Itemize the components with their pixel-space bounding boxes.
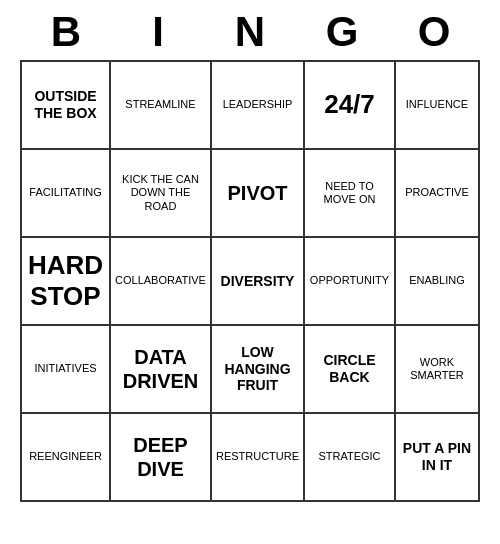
cell-1-4: PROACTIVE bbox=[395, 149, 479, 237]
cell-1-2: PIVOT bbox=[211, 149, 304, 237]
cell-3-1: DATA DRIVEN bbox=[110, 325, 211, 413]
cell-0-0: OUTSIDE THE BOX bbox=[21, 61, 110, 149]
letter-n: N bbox=[220, 8, 280, 56]
cell-0-1: STREAMLINE bbox=[110, 61, 211, 149]
cell-4-1: DEEP DIVE bbox=[110, 413, 211, 501]
cell-0-2: LEADERSHIP bbox=[211, 61, 304, 149]
cell-3-4: WORK SMARTER bbox=[395, 325, 479, 413]
bingo-header: B I N G O bbox=[20, 0, 480, 60]
cell-0-3: 24/7 bbox=[304, 61, 395, 149]
letter-g: G bbox=[312, 8, 372, 56]
cell-3-3: CIRCLE BACK bbox=[304, 325, 395, 413]
cell-2-3: OPPORTUNITY bbox=[304, 237, 395, 325]
cell-3-2: LOW HANGING FRUIT bbox=[211, 325, 304, 413]
cell-2-1: COLLABORATIVE bbox=[110, 237, 211, 325]
cell-4-2: RESTRUCTURE bbox=[211, 413, 304, 501]
cell-0-4: INFLUENCE bbox=[395, 61, 479, 149]
cell-2-0: HARD STOP bbox=[21, 237, 110, 325]
letter-b: B bbox=[36, 8, 96, 56]
cell-1-1: KICK THE CAN DOWN THE ROAD bbox=[110, 149, 211, 237]
cell-2-2: DIVERSITY bbox=[211, 237, 304, 325]
cell-3-0: INITIATIVES bbox=[21, 325, 110, 413]
cell-1-0: FACILITATING bbox=[21, 149, 110, 237]
cell-1-3: NEED TO MOVE ON bbox=[304, 149, 395, 237]
cell-4-0: REENGINEER bbox=[21, 413, 110, 501]
letter-i: I bbox=[128, 8, 188, 56]
cell-4-4: PUT A PIN IN IT bbox=[395, 413, 479, 501]
cell-4-3: STRATEGIC bbox=[304, 413, 395, 501]
bingo-grid: OUTSIDE THE BOXSTREAMLINELEADERSHIP24/7I… bbox=[20, 60, 480, 502]
cell-2-4: ENABLING bbox=[395, 237, 479, 325]
letter-o: O bbox=[404, 8, 464, 56]
